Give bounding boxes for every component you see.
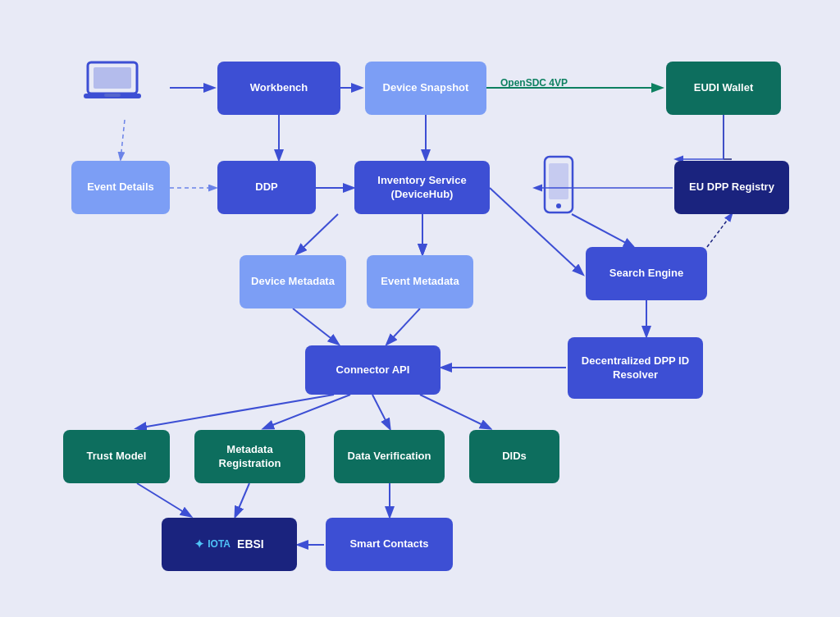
iota-ebsi-node: ✦ IOTA EBSI: [162, 518, 297, 571]
eu-dpp-registry-node: EU DPP Registry: [674, 161, 789, 214]
connector-api-node: Connector API: [305, 345, 441, 395]
dids-node: DIDs: [469, 430, 559, 483]
svg-line-21: [420, 395, 490, 428]
svg-line-17: [293, 308, 338, 344]
svg-line-10: [297, 214, 338, 254]
smart-contacts-node: Smart Contacts: [326, 518, 453, 571]
event-details-node: Event Details: [71, 161, 170, 214]
metadata-registration-node: Metadata Registration: [194, 430, 305, 483]
phone-icon: [543, 155, 574, 214]
svg-line-22: [137, 483, 190, 516]
search-engine-node: Search Engine: [586, 247, 707, 300]
svg-line-16: [387, 308, 420, 344]
laptop-icon: [84, 58, 141, 103]
svg-rect-35: [549, 163, 568, 199]
svg-rect-31: [94, 67, 131, 89]
svg-line-13: [707, 214, 732, 247]
opensdc-label: OpenSDC 4VP: [500, 77, 568, 89]
workbench-node: Workbench: [217, 62, 340, 115]
svg-point-36: [556, 203, 561, 208]
svg-line-26: [121, 120, 125, 159]
svg-rect-33: [104, 94, 121, 97]
event-metadata-node: Event Metadata: [367, 255, 473, 308]
svg-line-18: [137, 395, 334, 428]
diagram: OpenSDC 4VP Workbench Device Snapshot EU…: [26, 13, 814, 604]
decentralized-dpp-node: Decentralized DPP ID Resolver: [568, 337, 703, 399]
svg-line-20: [372, 395, 390, 428]
data-verification-node: Data Verification: [334, 430, 445, 483]
device-metadata-node: Device Metadata: [240, 255, 346, 308]
svg-line-11: [572, 214, 633, 247]
svg-line-19: [264, 395, 350, 428]
svg-line-23: [235, 483, 249, 516]
trust-model-node: Trust Model: [63, 430, 170, 483]
inventory-service-node: Inventory Service (DeviceHub): [354, 161, 490, 214]
eudi-wallet-node: EUDI Wallet: [666, 62, 781, 115]
ddp-node: DDP: [217, 161, 316, 214]
device-snapshot-node: Device Snapshot: [365, 62, 486, 115]
